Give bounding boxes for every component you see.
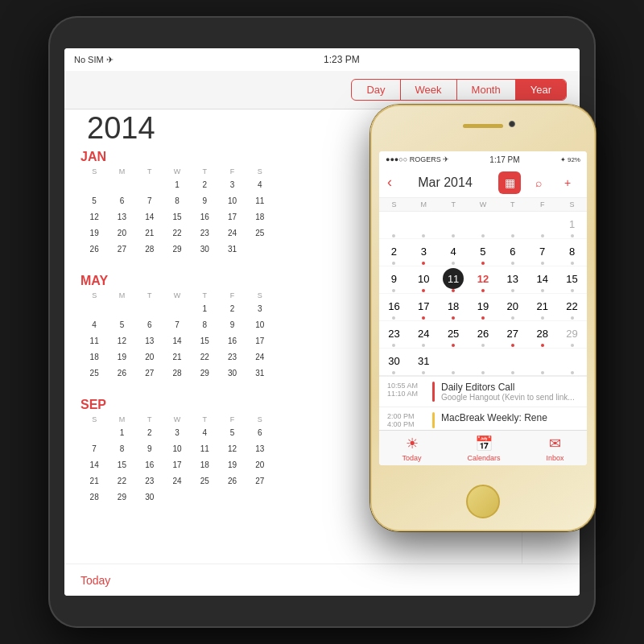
cell-apr-3[interactable] [497, 349, 527, 375]
add-event-icon[interactable]: + [556, 171, 579, 194]
cell-15[interactable]: 15 [557, 266, 587, 293]
cell-empty-1[interactable] [379, 212, 409, 238]
iphone-screen: ●●●○○ ROGERS ✈ 1:17 PM ✦ 92% ‹ Mar 2014 … [379, 151, 587, 465]
cell-apr-5[interactable] [557, 349, 587, 375]
tab-inbox[interactable]: ✉ Inbox [546, 435, 564, 462]
cell-1[interactable]: 1 [557, 212, 587, 238]
iphone-device: ●●●○○ ROGERS ✈ 1:17 PM ✦ 92% ‹ Mar 2014 … [370, 105, 596, 531]
event-time-1: 2:00 PM 4:00 PM [387, 412, 426, 428]
event-subtitle-0: Google Hangout (Kevin to send link... [441, 393, 579, 402]
cell-22[interactable]: 22 [557, 294, 587, 320]
cell-6[interactable]: 6 [497, 239, 527, 266]
cell-28[interactable]: 28 [527, 321, 557, 348]
cell-empty-5[interactable] [497, 212, 527, 238]
iphone-cal-header: ‹ Mar 2014 ▦ ⌕ + [379, 167, 587, 198]
cell-apr-1[interactable] [439, 349, 469, 375]
cell-14[interactable]: 14 [527, 266, 557, 293]
month-sep-headers: SMTWTFS [80, 415, 274, 423]
cell-27[interactable]: 27 [497, 321, 527, 348]
cell-18[interactable]: 18 [439, 294, 469, 320]
cell-9[interactable]: 9 [379, 266, 409, 293]
tab-calendars-label: Calendars [467, 454, 500, 462]
cell-4[interactable]: 4 [439, 239, 469, 266]
view-tab-group: Day Week Month Year [351, 79, 567, 101]
cal-row-6: 30 31 [379, 349, 587, 376]
tab-year[interactable]: Year [516, 80, 566, 100]
cell-3[interactable]: 3 [409, 239, 439, 266]
cell-8[interactable]: 8 [557, 239, 587, 266]
day-header-m: M [409, 200, 439, 208]
event-details-0: Daily Editors Call Google Hangout (Kevin… [441, 382, 579, 402]
month-jan: JAN SMTWTFS ---1234 567891011 1213141516… [80, 150, 274, 258]
ipad-topbar: Day Week Month Year [64, 71, 580, 109]
cell-29[interactable]: 29 [557, 321, 587, 348]
cell-30[interactable]: 30 [379, 349, 409, 375]
day-header-t1: T [439, 200, 469, 208]
cell-7[interactable]: 7 [527, 239, 557, 266]
iphone-speaker [463, 124, 503, 128]
cell-empty-3[interactable] [439, 212, 469, 238]
month-may-title: MAY [80, 274, 274, 288]
cell-empty-2[interactable] [409, 212, 439, 238]
iphone-status-bar: ●●●○○ ROGERS ✈ 1:17 PM ✦ 92% [379, 151, 587, 167]
event-item-0[interactable]: 10:55 AM 11:10 AM Daily Editors Call Goo… [379, 377, 587, 407]
grid-view-icon[interactable]: ▦ [498, 171, 521, 194]
cell-26[interactable]: 26 [469, 321, 498, 348]
month-jan-title: JAN [80, 150, 274, 164]
ipad-signal: No SIM ✈ [74, 55, 114, 65]
iphone-time: 1:17 PM [489, 155, 519, 164]
cell-2[interactable]: 2 [379, 239, 409, 266]
tab-month[interactable]: Month [457, 80, 516, 100]
inbox-icon: ✉ [549, 435, 561, 452]
header-actions: ▦ ⌕ + [498, 171, 579, 194]
cell-16[interactable]: 16 [379, 294, 409, 320]
tab-calendars[interactable]: 📅 Calendars [467, 435, 500, 462]
month-may-grid: ----123 45678910 11121314151617 18192021… [80, 301, 274, 382]
cell-apr-4[interactable] [527, 349, 557, 375]
events-list: 10:55 AM 11:10 AM Daily Editors Call Goo… [379, 376, 587, 434]
cell-19[interactable]: 19 [469, 294, 498, 320]
cal-row-3: 9 10 11 12 13 14 15 [379, 266, 587, 294]
event-bar-1 [432, 412, 435, 428]
iphone-battery: ✦ 92% [560, 156, 580, 163]
month-title: Mar 2014 [418, 175, 473, 190]
day-header-w: W [469, 200, 498, 208]
month-jan-headers: SMTWTFS [80, 167, 274, 175]
day-header-f: F [527, 200, 557, 208]
year-label: 2014 [87, 111, 155, 146]
tab-day[interactable]: Day [352, 80, 400, 100]
cell-21[interactable]: 21 [527, 294, 557, 320]
cell-17[interactable]: 17 [409, 294, 439, 320]
day-header-t2: T [497, 200, 527, 208]
cell-12-selected[interactable]: 12 [469, 266, 498, 293]
cell-24[interactable]: 24 [409, 321, 439, 348]
cell-23[interactable]: 23 [379, 321, 409, 348]
tab-inbox-label: Inbox [546, 454, 564, 462]
today-button[interactable]: Today [80, 574, 110, 587]
calendars-icon: 📅 [475, 435, 493, 452]
cell-10[interactable]: 10 [409, 266, 439, 293]
tab-week[interactable]: Week [401, 80, 457, 100]
month-may-headers: SMTWTFS [80, 291, 274, 299]
tab-today[interactable]: ☀ Today [402, 435, 421, 462]
cell-31[interactable]: 31 [409, 349, 439, 375]
event-title-1: MacBreak Weekly: Rene [441, 412, 579, 423]
back-button[interactable]: ‹ [387, 174, 392, 191]
ipad-status-bar: No SIM ✈ 1:23 PM [64, 48, 580, 71]
cell-apr-2[interactable] [469, 349, 498, 375]
day-header-s: S [379, 200, 409, 208]
cell-5[interactable]: 5 [469, 239, 498, 266]
home-button[interactable] [466, 485, 500, 518]
month-sep-title: SEP [80, 398, 274, 412]
cell-20[interactable]: 20 [497, 294, 527, 320]
cell-empty-4[interactable] [469, 212, 498, 238]
search-icon[interactable]: ⌕ [527, 171, 550, 194]
cell-11-today[interactable]: 11 [439, 266, 469, 293]
cal-row-5: 23 24 25 26 27 28 29 [379, 321, 587, 349]
ipad-status-time: 1:23 PM [324, 54, 360, 65]
cell-13[interactable]: 13 [497, 266, 527, 293]
cell-empty-6[interactable] [527, 212, 557, 238]
cell-25[interactable]: 25 [439, 321, 469, 348]
month-sep-grid: -123456 78910111213 14151617181920 21222… [80, 425, 274, 506]
tab-today-label: Today [402, 454, 421, 462]
